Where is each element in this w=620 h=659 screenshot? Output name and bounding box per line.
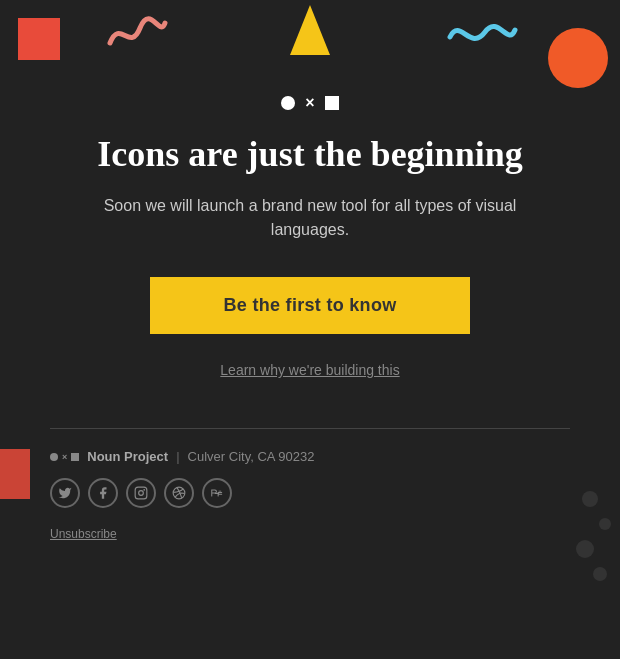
footer-logo-row: × Noun Project | Culver City, CA 90232 (50, 449, 570, 464)
cta-button[interactable]: Be the first to know (150, 277, 470, 334)
learn-why-link[interactable]: Learn why we're building this (220, 362, 399, 378)
facebook-icon[interactable] (88, 478, 118, 508)
footer-address: Culver City, CA 90232 (188, 449, 315, 464)
behance-icon[interactable] (202, 478, 232, 508)
footer: × Noun Project | Culver City, CA 90232 (0, 449, 620, 562)
symbol-row: × (281, 95, 338, 111)
symbol-circle (281, 96, 295, 110)
footer-symbol-square (71, 453, 79, 461)
footer-symbols: × (50, 452, 79, 462)
main-content: × Icons are just the beginning Soon we w… (0, 0, 620, 582)
dribbble-icon[interactable] (164, 478, 194, 508)
footer-separator: | (176, 449, 179, 464)
unsubscribe-link[interactable]: Unsubscribe (50, 527, 117, 541)
svg-rect-9 (218, 491, 221, 492)
symbol-square (325, 96, 339, 110)
footer-divider (50, 428, 570, 429)
footer-symbol-circle (50, 453, 58, 461)
main-title: Icons are just the beginning (57, 133, 562, 176)
instagram-icon[interactable] (126, 478, 156, 508)
svg-point-7 (143, 489, 145, 491)
svg-rect-5 (135, 487, 147, 499)
footer-brand: Noun Project (87, 449, 168, 464)
subtitle: Soon we will launch a brand new tool for… (0, 194, 620, 242)
symbol-x: × (305, 95, 314, 111)
twitter-icon[interactable] (50, 478, 80, 508)
social-icons-row (50, 478, 570, 508)
footer-symbol-x: × (62, 452, 67, 462)
svg-point-6 (139, 491, 144, 496)
